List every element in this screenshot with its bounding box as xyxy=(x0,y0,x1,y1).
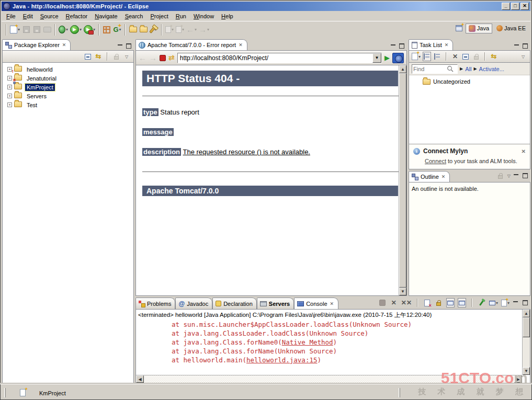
synchronize-button[interactable]: ⇆ xyxy=(490,52,498,61)
tab-problems[interactable]: Problems xyxy=(135,298,175,309)
close-icon[interactable]: ✕ xyxy=(522,148,526,154)
maximize-view-button[interactable] xyxy=(522,300,528,305)
expand-activate-icon[interactable]: ▶ xyxy=(473,66,477,71)
activate-link[interactable]: Activate... xyxy=(479,66,504,72)
display-selected-console-button[interactable]: ▾ xyxy=(489,298,498,307)
menu-file[interactable]: File xyxy=(3,12,19,20)
perspective-javaee-button[interactable]: Java EE xyxy=(493,24,529,33)
open-resource-button[interactable] xyxy=(138,24,149,36)
browser-refresh-button[interactable]: ⇄ xyxy=(168,54,175,61)
fast-view-icon[interactable] xyxy=(20,389,26,396)
stack-trace-link[interactable]: helloworld.java:15 xyxy=(246,356,317,364)
menu-navigate[interactable]: Navigate xyxy=(91,12,121,20)
scrollbar-thumb[interactable] xyxy=(399,73,406,288)
open-type-button[interactable] xyxy=(128,24,138,36)
find-input[interactable] xyxy=(413,66,447,72)
print-button[interactable] xyxy=(42,24,52,36)
close-icon[interactable]: ✕ xyxy=(62,42,67,48)
menu-window[interactable]: Window xyxy=(190,12,218,20)
close-window-button[interactable]: ✕ xyxy=(520,3,529,10)
url-dropdown-button[interactable]: ▼ xyxy=(372,53,381,63)
perspective-java-button[interactable]: Java xyxy=(466,24,492,33)
category-uncategorized[interactable]: Uncategorized xyxy=(409,75,530,85)
minimize-view-button[interactable] xyxy=(513,173,519,178)
collapse-all-button[interactable] xyxy=(84,52,92,61)
open-perspective-button[interactable] xyxy=(454,23,465,33)
tree-item-jenatutorial[interactable]: + ✕ Jenatutorial xyxy=(5,74,133,83)
close-icon[interactable]: ✕ xyxy=(238,42,243,48)
expand-icon[interactable]: + xyxy=(7,67,12,72)
scroll-up-icon[interactable]: ▲ xyxy=(399,65,406,73)
expand-icon[interactable]: + xyxy=(7,94,12,98)
editor-vertical-scrollbar[interactable]: ▲ ▼ xyxy=(399,65,406,295)
view-menu-button[interactable]: ▽ xyxy=(122,52,131,61)
hide-completed-button[interactable]: ✕ xyxy=(451,52,459,61)
mylyn-connect-link[interactable]: Connect xyxy=(425,158,446,164)
last-edit-location-button[interactable]: ▾ xyxy=(164,24,175,36)
expand-icon[interactable]: + xyxy=(7,102,12,107)
tree-item-test[interactable]: + Test xyxy=(5,100,133,109)
filter-all-link[interactable]: All xyxy=(465,66,471,72)
tab-task-list[interactable]: Task List ✕ xyxy=(409,39,453,50)
scheduled-view-button[interactable] xyxy=(433,52,442,61)
tab-declaration[interactable]: Declaration xyxy=(212,298,257,309)
menu-project[interactable]: Project xyxy=(147,12,172,20)
new-java-project-button[interactable] xyxy=(101,24,112,36)
browser-back-button[interactable]: ← xyxy=(139,54,146,62)
focus-button[interactable] xyxy=(496,171,505,180)
show-console-stdout-button[interactable] xyxy=(446,298,455,307)
menu-help[interactable]: Help xyxy=(218,12,237,20)
browser-stop-button[interactable] xyxy=(160,55,166,61)
scroll-down-icon[interactable]: ▼ xyxy=(523,367,530,375)
save-all-button[interactable] xyxy=(31,24,42,36)
collapse-all-button[interactable] xyxy=(461,52,470,61)
link-with-editor-button[interactable]: ⇆ xyxy=(94,52,103,61)
stack-trace-link[interactable]: Native Method xyxy=(282,338,333,346)
close-icon[interactable]: ✕ xyxy=(441,174,446,179)
tab-servers[interactable]: Servers xyxy=(257,298,294,309)
browser-forward-button[interactable]: → xyxy=(149,54,157,62)
tab-outline[interactable]: Outline ✕ xyxy=(409,171,450,182)
browser-go-button[interactable]: ▶ xyxy=(384,54,390,62)
categorized-view-button[interactable] xyxy=(423,52,431,61)
clear-console-button[interactable] xyxy=(423,298,432,307)
minimize-view-button[interactable] xyxy=(514,43,520,49)
url-input[interactable] xyxy=(178,54,372,62)
new-task-button[interactable]: ▾ xyxy=(412,52,421,61)
focus-on-workweek-button[interactable] xyxy=(472,52,480,61)
pin-console-button[interactable] xyxy=(478,298,486,307)
minimize-view-button[interactable] xyxy=(513,300,519,305)
maximize-window-button[interactable]: □ xyxy=(511,3,519,10)
remove-all-launches-button[interactable]: ✕✕ xyxy=(401,298,412,307)
menu-source[interactable]: Source xyxy=(37,12,62,20)
remove-launch-button[interactable]: ✕ xyxy=(390,298,398,307)
minimize-window-button[interactable]: _ xyxy=(502,3,510,10)
maximize-view-button[interactable] xyxy=(522,173,528,178)
expand-icon[interactable]: + xyxy=(7,76,12,81)
maximize-editor-button[interactable] xyxy=(399,43,405,49)
maximize-view-button[interactable] xyxy=(522,43,528,49)
scroll-up-icon[interactable]: ▲ xyxy=(523,310,530,317)
open-external-browser-button[interactable] xyxy=(392,53,404,63)
scroll-left-icon[interactable]: ◀ xyxy=(136,375,144,383)
scroll-down-icon[interactable]: ▼ xyxy=(399,288,406,295)
new-java-class-button[interactable]: G▾ xyxy=(112,24,122,36)
show-console-stderr-button[interactable] xyxy=(458,298,466,307)
tab-console[interactable]: Console ✕ xyxy=(294,298,338,309)
expand-all-icon[interactable]: ▶ xyxy=(460,66,463,71)
console-vertical-scrollbar[interactable]: ▲ ▼ xyxy=(522,310,530,375)
maximize-view-button[interactable] xyxy=(126,43,132,49)
focus-on-task-button[interactable] xyxy=(112,52,120,61)
minimize-view-button[interactable] xyxy=(117,43,123,49)
tree-item-servers[interactable]: + Servers xyxy=(5,92,133,100)
menu-run[interactable]: Run xyxy=(172,12,190,20)
tree-item-kmproject[interactable]: + KmProject xyxy=(5,83,133,92)
forward-history-button[interactable]: →▾ xyxy=(198,24,210,36)
scroll-right-icon[interactable]: ▶ xyxy=(514,375,522,383)
tree-item-helloworld[interactable]: + ! helloworld xyxy=(5,65,133,74)
run-external-tools-button[interactable]: ▶▾ xyxy=(83,24,96,36)
console-horizontal-scrollbar[interactable]: ◀ ▶ xyxy=(136,375,522,383)
tab-error-report[interactable]: Apache Tomcat/7.0.0 - Error report ✕ xyxy=(135,39,247,50)
close-icon[interactable]: ✕ xyxy=(444,42,449,48)
tab-package-explorer[interactable]: Package Explorer ✕ xyxy=(2,39,71,50)
